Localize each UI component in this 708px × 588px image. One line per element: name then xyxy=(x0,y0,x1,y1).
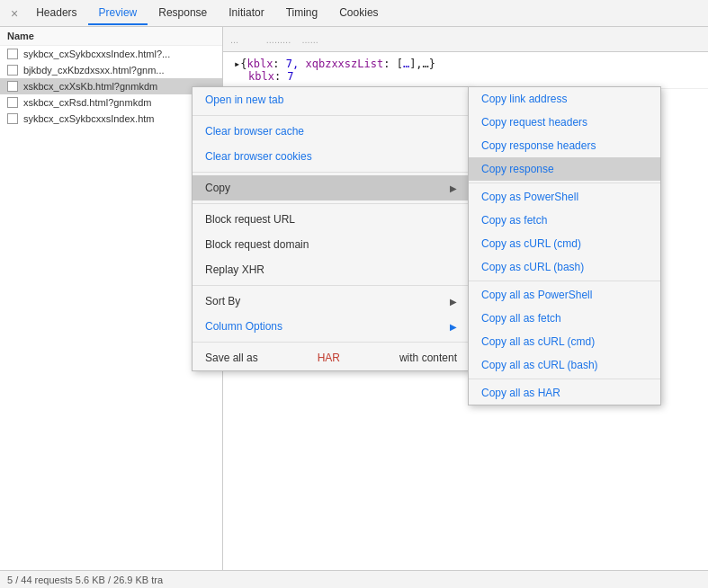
close-brace: ],…} xyxy=(409,58,435,70)
tab-cookies[interactable]: Cookies xyxy=(328,2,389,25)
menu-divider xyxy=(193,203,470,204)
copy-all-as-curl-cmd[interactable]: Copy all as cURL (cmd) xyxy=(469,330,660,353)
menu-item-block-domain[interactable]: Block request domain xyxy=(193,232,470,257)
har-save-suffix: with content xyxy=(399,352,457,364)
copy-response[interactable]: Copy response xyxy=(469,157,660,181)
menu-item-block-url[interactable]: Block request URL xyxy=(193,207,470,232)
file-checkbox[interactable] xyxy=(7,65,18,76)
colon1: : xyxy=(273,58,285,70)
preview-val2: 7 xyxy=(287,70,293,83)
colon2: : [ xyxy=(383,58,403,70)
file-item-name: sykbcx_cxSykbcxxsIndex.htm xyxy=(23,113,155,124)
preview-line2: kblx: 7 xyxy=(234,70,697,83)
menu-divider xyxy=(193,342,470,343)
copy-as-fetch[interactable]: Copy as fetch xyxy=(469,209,660,232)
menu-item-column-label: Column Options xyxy=(205,320,282,333)
menu-divider xyxy=(193,285,470,286)
preview-key1: kblx xyxy=(246,58,273,70)
preview-json: ▸{kblx: 7, xqbzxxszList: […],…} kblx: 7 xyxy=(223,52,708,89)
menu-item-copy-label: Copy xyxy=(205,182,230,194)
tab-preview[interactable]: Preview xyxy=(88,2,148,25)
menu-item-open-new-tab[interactable]: Open in new tab xyxy=(193,87,470,112)
file-checkbox[interactable] xyxy=(7,81,18,92)
menu-item-sort-by[interactable]: Sort By ▶ xyxy=(193,289,470,314)
file-checkbox[interactable] xyxy=(7,113,18,124)
chevron-right-icon: ▶ xyxy=(450,297,457,307)
copy-all-as-powershell[interactable]: Copy all as PowerShell xyxy=(469,283,660,307)
tab-initiator[interactable]: Initiator xyxy=(218,2,274,25)
copy-all-as-curl-bash[interactable]: Copy all as cURL (bash) xyxy=(469,353,660,377)
menu-item-column-options[interactable]: Column Options ▶ xyxy=(193,314,470,339)
chevron-right-icon: ▶ xyxy=(450,322,457,332)
status-text: 5 / 44 requests 5.6 KB / 26.9 KB tra xyxy=(7,575,163,585)
submenu-divider xyxy=(469,183,660,183)
list-item[interactable]: xskbcx_cxXsKb.html?gnmkdm xyxy=(0,78,222,94)
tab-close-icon[interactable]: × xyxy=(4,2,25,25)
menu-item-save-har[interactable]: Save all as HAR with content xyxy=(193,345,470,370)
file-checkbox[interactable] xyxy=(7,97,18,108)
file-item-name: sykbcx_cxSykbcxxsIndex.html?... xyxy=(23,49,170,59)
submenu-divider xyxy=(469,379,660,379)
file-checkbox[interactable] xyxy=(7,49,18,59)
context-menu: Open in new tab Clear browser cache Clea… xyxy=(192,86,471,371)
menu-item-sort-label: Sort By xyxy=(205,295,240,307)
list-item[interactable]: xskbcx_cxRsd.html?gnmkdm xyxy=(0,94,222,111)
copy-all-as-fetch[interactable]: Copy all as fetch xyxy=(469,307,660,330)
file-list-panel: Name sykbcx_cxSykbcxxsIndex.html?... bjk… xyxy=(0,27,223,570)
menu-divider xyxy=(193,172,470,173)
file-item-name: xskbcx_cxXsKb.html?gnmkdm xyxy=(23,81,157,92)
menu-item-clear-cookies[interactable]: Clear browser cookies xyxy=(193,144,470,169)
preview-key2: xqbzxxszList xyxy=(306,58,384,70)
har-highlight: HAR xyxy=(318,352,340,364)
menu-item-clear-cache[interactable]: Clear browser cache xyxy=(193,119,470,144)
file-item-name: xskbcx_cxRsd.html?gnmkdm xyxy=(23,97,151,108)
colon3: : xyxy=(274,70,287,83)
preview-key3: kblx xyxy=(248,70,274,83)
menu-divider xyxy=(193,115,470,116)
tab-headers[interactable]: Headers xyxy=(25,2,87,25)
copy-request-headers[interactable]: Copy request headers xyxy=(469,111,660,134)
tab-response[interactable]: Response xyxy=(148,2,218,25)
tab-timing[interactable]: Timing xyxy=(275,2,329,25)
open-brace: ▸{ xyxy=(234,58,246,70)
list-item[interactable]: bjkbdy_cxKbzdxsxx.html?gnm... xyxy=(0,62,222,78)
right-top-placeholder: ... ......... ...... xyxy=(230,34,318,45)
list-item[interactable]: sykbcx_cxSykbcxxsIndex.htm xyxy=(0,111,222,127)
har-save-prefix: Save all as xyxy=(205,352,258,364)
right-top-bar: ... ......... ...... xyxy=(223,27,708,52)
file-list-header: Name xyxy=(0,27,222,46)
preview-val1: 7, xyxy=(286,58,306,70)
menu-item-replay-xhr[interactable]: Replay XHR xyxy=(193,257,470,282)
list-item[interactable]: sykbcx_cxSykbcxxsIndex.html?... xyxy=(0,46,222,62)
copy-as-curl-bash[interactable]: Copy as cURL (bash) xyxy=(469,255,660,279)
submenu-divider xyxy=(469,281,660,281)
tab-bar: × Headers Preview Response Initiator Tim… xyxy=(0,0,708,27)
menu-item-copy[interactable]: Copy ▶ xyxy=(193,175,470,200)
copy-response-headers[interactable]: Copy response headers xyxy=(469,134,660,157)
preview-line1: ▸{kblx: 7, xqbzxxszList: […],…} xyxy=(234,58,697,70)
copy-as-powershell[interactable]: Copy as PowerShell xyxy=(469,185,660,209)
file-item-name: bjkbdy_cxKbzdxsxx.html?gnm... xyxy=(23,65,165,76)
copy-all-as-har[interactable]: Copy all as HAR xyxy=(469,381,660,405)
status-bar: 5 / 44 requests 5.6 KB / 26.9 KB tra xyxy=(0,570,708,588)
copy-link-address[interactable]: Copy link address xyxy=(469,87,660,111)
copy-submenu: Copy link address Copy request headers C… xyxy=(468,86,661,405)
copy-as-curl-cmd[interactable]: Copy as cURL (cmd) xyxy=(469,232,660,255)
chevron-right-icon: ▶ xyxy=(450,183,457,193)
